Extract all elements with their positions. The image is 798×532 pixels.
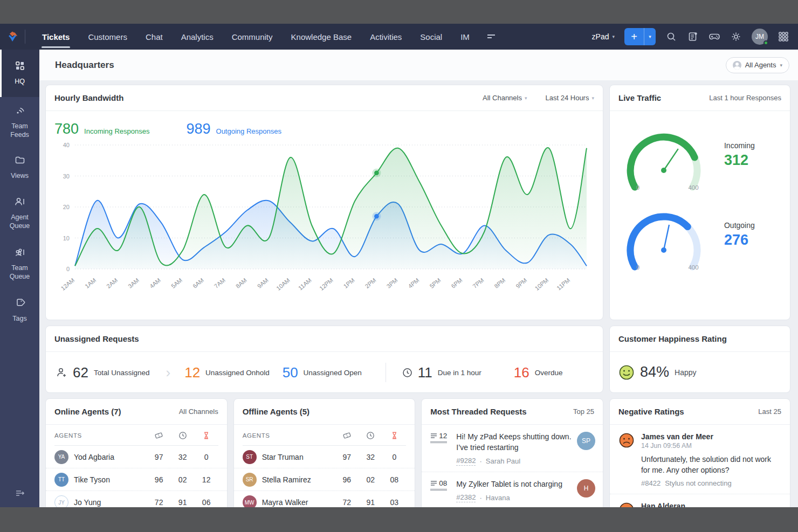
agent-time-value: 91 [171,498,195,507]
ticket-subject: Hi! My zPad Keeps shutting down. I’ve tr… [456,432,572,453]
svg-text:8PM: 8PM [493,277,506,289]
unassigned-stats-row: 62 Total Unassigned › 12 Unassigned Onho… [46,352,603,393]
caret-down-icon: ▾ [780,63,782,68]
svg-text:7AM: 7AM [213,277,226,289]
offline-agents-card: Offline Agents (5) AGENTS STStar Truman … [233,398,416,507]
agent-row[interactable]: JYJo Yung 72 91 06 [46,491,227,507]
top-navigation-bar: TicketsCustomersChatAnalyticsCommunityKn… [0,24,798,50]
offline-agents-title: Offline Agents (5) [243,407,309,416]
unassigned-onhold-value: 12 [184,364,200,381]
time-clock-icon [359,431,382,440]
nav-tab-customers[interactable]: Customers [79,24,136,50]
agent-row[interactable]: SRStella Ramirez 96 02 08 [234,468,415,491]
sidebar-item-label: Team Queue [2,264,38,281]
negative-ratings-title: Negative Ratings [618,407,684,416]
ticket-id[interactable]: #2382 [456,493,476,502]
department-selector[interactable]: zPad ▾ [592,32,615,41]
nav-tab-activities[interactable]: Activities [361,24,411,50]
caret-down-icon: ▾ [525,95,527,101]
search-icon[interactable] [665,31,677,43]
games-icon[interactable] [708,31,720,43]
unassigned-requests-title: Unassigned Requests [54,334,139,343]
svg-text:4PM: 4PM [407,277,421,289]
settings-gear-icon[interactable] [730,31,742,43]
apps-grid-icon[interactable] [778,31,789,43]
avatar: YA [54,450,68,464]
zoho-desk-logo[interactable] [0,30,25,44]
svg-text:5PM: 5PM [429,277,442,289]
live-traffic-subtitle: Last 1 hour Responses [709,94,781,102]
agent-tickets-value: 97 [147,453,171,461]
due-in-hour-value: 11 [418,364,432,381]
svg-text:4AM: 4AM [148,277,162,289]
feeds-icon[interactable] [687,31,699,43]
outgoing-total-label: Outgoing Responses [216,127,281,135]
traffic-gauges: 0 400 Incoming 312 0 400 Outgoing 276 [610,111,790,278]
workspace: HQ Team Feeds Views Agent Queue Team Que… [0,50,798,507]
agent-row[interactable]: MWMayra Walker 72 91 03 [234,491,415,507]
window-chrome-top [0,0,798,24]
sidebar-item-views[interactable]: Views [0,147,39,188]
agent-queue-icon [14,196,26,209]
agent-overdue-value: 0 [382,453,406,461]
add-button[interactable]: + [624,28,644,45]
nav-tab-community[interactable]: Community [223,24,282,50]
expand-sidebar-icon[interactable] [0,481,39,507]
user-avatar[interactable]: JM [752,29,768,45]
sidebar-item-label: Agent Queue [2,213,38,231]
agent-row[interactable]: TTTike Tyson 96 02 12 [46,468,227,491]
left-sidebar: HQ Team Feeds Views Agent Queue Team Que… [0,50,39,507]
avatar: SR [243,473,257,487]
ticket-icon [147,431,171,440]
agent-row[interactable]: STStar Truman 97 32 0 [234,446,415,468]
nav-tab-tickets[interactable]: Tickets [33,24,79,50]
agent-overdue-value: 08 [382,475,406,484]
all-agents-dropdown[interactable]: All Agents ▾ [726,57,789,73]
chevron-right-icon: › [166,364,171,381]
sidebar-item-team-queue[interactable]: Team Queue [0,239,39,289]
svg-text:5AM: 5AM [170,277,183,289]
most-threaded-title: Most Threaded Requests [430,407,526,416]
nav-actions: zPad ▾ + ▾ JM [592,28,798,45]
negative-ratings-card: Negative Ratings Last 25 James van der M… [609,398,790,507]
ticket-id[interactable]: #8422 [641,479,661,487]
customer-name: James van der Meer [641,432,781,441]
requester-name: Sarah Paul [486,457,520,465]
online-status-dot [763,40,768,45]
sidebar-item-team-feeds[interactable]: Team Feeds [0,97,39,148]
threaded-request-item[interactable]: 08 My Zylker Tablet is not charging #238… [422,472,603,507]
sidebar-item-hq[interactable]: HQ [0,50,39,97]
nav-tab-chat[interactable]: Chat [136,24,172,50]
agent-time-value: 32 [359,453,382,461]
nav-tab-social[interactable]: Social [411,24,451,50]
agent-row[interactable]: YAYod Agbaria 97 32 0 [46,446,227,468]
threaded-request-item[interactable]: 12 Hi! My zPad Keeps shutting down. I’ve… [422,425,603,472]
negative-rating-item[interactable]: James van der Meer 14 Jun 09:56 AM Unfor… [610,425,790,494]
sidebar-item-agent-queue[interactable]: Agent Queue [0,188,39,239]
thread-lines-icon [430,480,437,486]
unassigned-requests-card: Unassigned Requests 62 Total Unassigned … [45,326,603,393]
svg-text:10AM: 10AM [275,277,291,292]
agents-table-header: AGENTS [234,425,415,445]
main-panel: Headquarters All Agents ▾ Hourly Bandwid… [39,50,798,507]
agents-column-header: AGENTS [243,432,335,439]
nav-tab-knowledge-base[interactable]: Knowledge Base [282,24,361,50]
svg-text:1AM: 1AM [84,277,97,289]
gauge-label: Incoming [724,141,755,150]
most-threaded-filter: Top 25 [573,407,594,416]
bandwidth-area-chart[interactable]: 0 10 20 30 4012AM1AM2AM3AM4AM5AM6AM7AM8A… [50,139,591,309]
svg-text:6PM: 6PM [450,277,463,289]
agent-time-value: 02 [359,475,382,484]
sidebar-item-label: HQ [15,77,25,86]
nav-tab-im[interactable]: IM [451,24,479,50]
time-range-dropdown[interactable]: Last 24 Hours▾ [546,94,594,102]
ticket-id[interactable]: #9282 [456,457,476,466]
nav-tab-analytics[interactable]: Analytics [172,24,223,50]
negative-rating-item[interactable]: Han Alderan [610,494,790,507]
total-unassigned-value: 62 [73,364,88,381]
channels-filter-dropdown[interactable]: All Channels▾ [483,94,527,102]
more-tabs-icon[interactable] [479,33,504,40]
add-caret-button[interactable]: ▾ [644,28,656,45]
sidebar-item-tags[interactable]: Tags [0,289,39,331]
overdue-hourglass-icon [382,431,406,440]
